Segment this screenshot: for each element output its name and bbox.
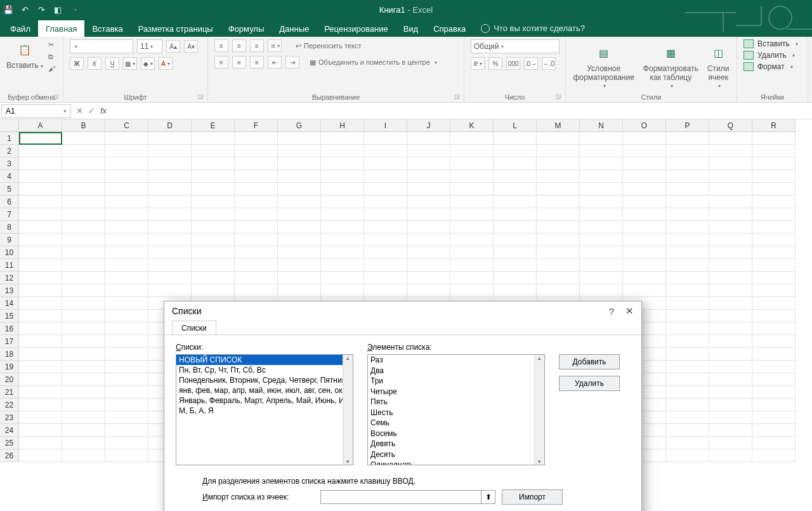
tell-me[interactable]: Что вы хотите сделать? — [473, 20, 593, 37]
cell[interactable] — [235, 183, 278, 196]
cell[interactable] — [321, 132, 364, 145]
list-item[interactable]: Пн, Вт, Ср, Чт, Пт, Сб, Вс — [176, 365, 353, 375]
row-header[interactable]: 14 — [0, 297, 19, 310]
cell[interactable] — [19, 157, 62, 170]
cell[interactable] — [148, 183, 192, 196]
italic-button[interactable]: К — [88, 57, 102, 70]
cell[interactable] — [407, 272, 450, 284]
cell[interactable] — [19, 386, 62, 399]
cell[interactable] — [450, 170, 494, 183]
cell[interactable] — [709, 449, 752, 462]
cell[interactable] — [278, 170, 321, 183]
cell[interactable] — [537, 208, 580, 221]
cell[interactable] — [709, 196, 752, 208]
cell[interactable] — [192, 170, 235, 183]
cell[interactable] — [235, 234, 278, 246]
cell[interactable] — [192, 132, 235, 145]
list-entry[interactable]: Раз — [368, 355, 544, 366]
name-box[interactable]: A1 ▾ — [1, 104, 71, 118]
cell[interactable] — [623, 183, 666, 196]
cell[interactable] — [666, 322, 709, 335]
cell[interactable] — [580, 259, 623, 272]
cell[interactable] — [105, 297, 148, 310]
cell[interactable] — [494, 157, 537, 170]
row-header[interactable]: 15 — [0, 310, 19, 322]
cell[interactable] — [62, 437, 105, 449]
decrease-indent-button[interactable]: ⇤ — [268, 56, 282, 69]
cell[interactable] — [105, 183, 148, 196]
cell[interactable] — [192, 284, 235, 297]
cell[interactable] — [752, 310, 796, 322]
cell[interactable] — [752, 272, 796, 284]
cell[interactable] — [494, 183, 537, 196]
cell[interactable] — [278, 259, 321, 272]
cell[interactable] — [623, 284, 666, 297]
cell[interactable] — [105, 246, 148, 259]
cell[interactable] — [623, 246, 666, 259]
list-item[interactable]: Январь, Февраль, Март, Апрель, Май, Июнь… — [176, 395, 353, 406]
column-header[interactable]: P — [666, 119, 709, 132]
cell[interactable] — [752, 132, 796, 145]
delete-cells-button[interactable]: Удалить — [743, 51, 795, 60]
borders-button[interactable]: ▦ — [123, 57, 137, 70]
cell[interactable] — [494, 272, 537, 284]
cell[interactable] — [192, 157, 235, 170]
cell[interactable] — [62, 170, 105, 183]
cell[interactable] — [105, 284, 148, 297]
cell[interactable] — [105, 221, 148, 234]
cell[interactable] — [19, 183, 62, 196]
cell[interactable] — [580, 246, 623, 259]
cell[interactable] — [623, 196, 666, 208]
cell[interactable] — [62, 284, 105, 297]
column-header[interactable]: N — [580, 119, 623, 132]
column-header[interactable]: F — [235, 119, 278, 132]
row-header[interactable]: 16 — [0, 322, 19, 335]
cell[interactable] — [192, 234, 235, 246]
cell[interactable] — [235, 259, 278, 272]
cell[interactable] — [709, 132, 752, 145]
cell[interactable] — [666, 335, 709, 348]
cell[interactable] — [105, 335, 148, 348]
cell[interactable] — [666, 284, 709, 297]
tab-formulas[interactable]: Формулы — [221, 20, 272, 37]
list-entry[interactable]: Два — [368, 366, 544, 376]
list-entry[interactable]: Три — [368, 376, 544, 387]
cell[interactable] — [62, 234, 105, 246]
cell[interactable] — [623, 132, 666, 145]
cell[interactable] — [580, 221, 623, 234]
cell[interactable] — [192, 272, 235, 284]
cell[interactable] — [752, 208, 796, 221]
cell[interactable] — [709, 259, 752, 272]
cell[interactable] — [666, 246, 709, 259]
cell[interactable] — [709, 284, 752, 297]
cell[interactable] — [666, 145, 709, 157]
cell[interactable] — [709, 208, 752, 221]
cell[interactable] — [666, 386, 709, 399]
cell[interactable] — [62, 196, 105, 208]
font-color-button[interactable]: A — [159, 57, 173, 70]
cell[interactable] — [62, 157, 105, 170]
cell[interactable] — [623, 208, 666, 221]
cell[interactable] — [407, 259, 450, 272]
range-picker-icon[interactable]: ⬆ — [481, 491, 495, 503]
cell[interactable] — [192, 221, 235, 234]
column-header[interactable]: K — [450, 119, 494, 132]
cell[interactable] — [192, 196, 235, 208]
cell[interactable] — [148, 272, 192, 284]
cell[interactable] — [105, 132, 148, 145]
cell[interactable] — [105, 424, 148, 437]
align-top-button[interactable]: ≡ — [214, 39, 228, 52]
cell[interactable] — [407, 221, 450, 234]
row-header[interactable]: 24 — [0, 424, 19, 437]
cell[interactable] — [62, 322, 105, 335]
decrease-decimal-button[interactable]: ←.0 — [542, 57, 556, 70]
tab-view[interactable]: Вид — [396, 20, 426, 37]
cell[interactable] — [752, 246, 796, 259]
cell[interactable] — [450, 272, 494, 284]
help-button[interactable]: ? — [609, 306, 614, 317]
increase-font-button[interactable]: A▴ — [166, 40, 180, 53]
cell[interactable] — [19, 322, 62, 335]
paste-button[interactable]: 📋 Вставить — [6, 39, 43, 70]
cell[interactable] — [666, 361, 709, 373]
list-item[interactable]: НОВЫЙ СПИСОК — [176, 355, 353, 365]
